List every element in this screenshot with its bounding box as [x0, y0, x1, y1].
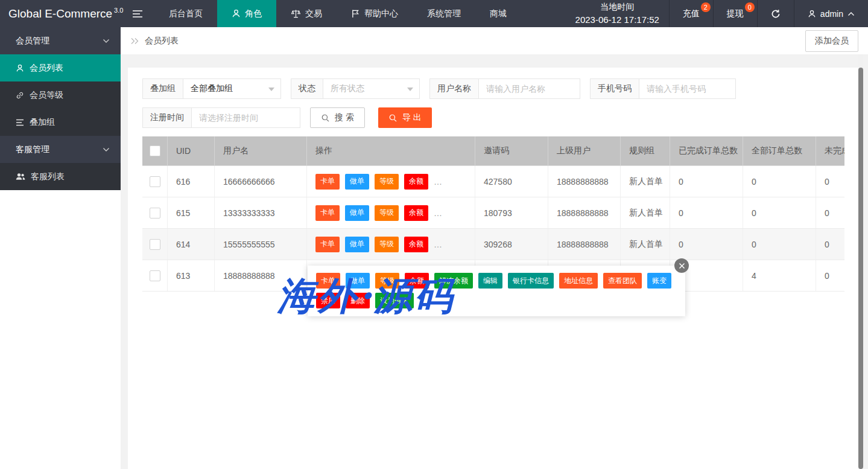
refresh-icon	[771, 9, 781, 19]
scrollbar-thumb[interactable]	[858, 68, 863, 469]
column-header-parent-user: 上级用户	[548, 136, 621, 166]
filter-row-2: 注册时间 搜 索 导 出	[142, 107, 844, 128]
action-do-order[interactable]: 做单	[346, 273, 370, 289]
sidebar-item-member-level[interactable]: 会员等级	[0, 81, 121, 109]
sidebar-group-service-management[interactable]: 客服管理	[0, 136, 121, 163]
withdraw-button[interactable]: 提现 0	[713, 0, 757, 27]
reg-time-label: 注册时间	[142, 107, 192, 128]
action-level[interactable]: 等级	[375, 273, 399, 289]
action-unfreeze-balance[interactable]: 解冻余额	[434, 273, 473, 289]
action-balance[interactable]: 余额	[405, 273, 429, 289]
cell-completed: 0	[670, 166, 743, 197]
cell-total: 0	[743, 166, 816, 197]
action-do-order[interactable]: 做单	[345, 237, 369, 252]
close-icon[interactable]	[674, 258, 689, 273]
action-account-change[interactable]: 账变	[647, 273, 671, 289]
sidebar-item-service-list[interactable]: 客服列表	[0, 163, 121, 190]
sidebar-item-stack-group[interactable]: 叠加组	[0, 109, 121, 136]
row-checkbox[interactable]	[150, 176, 160, 187]
reg-time-input[interactable]	[192, 107, 300, 128]
table-header: UID 用户名 操作 邀请码 上级用户 规则组 已完成订单总数 全部订单总数 未…	[142, 136, 844, 166]
flag-icon	[351, 9, 360, 18]
row-checkbox[interactable]	[150, 239, 160, 250]
user-icon	[16, 64, 24, 72]
cell-invite-code: 180793	[475, 197, 548, 228]
action-view-team[interactable]: 查看团队	[603, 273, 642, 289]
sidebar: 会员管理 会员列表 会员等级 叠加组 客服管理 客服列表	[0, 27, 121, 469]
recharge-badge: 2	[701, 2, 711, 12]
row-checkbox[interactable]	[150, 208, 160, 219]
users-icon	[16, 173, 25, 180]
reg-time-filter: 注册时间	[142, 107, 300, 128]
nav-item-system[interactable]: 系统管理	[413, 0, 475, 27]
action-address-info[interactable]: 地址信息	[559, 273, 598, 289]
phone-label: 手机号码	[590, 78, 639, 99]
column-header-total-orders: 全部订单总数	[743, 136, 816, 166]
sidebar-group-member-management[interactable]: 会员管理	[0, 27, 121, 54]
cell-uid: 614	[168, 229, 215, 260]
stack-group-select[interactable]: 全部叠加组	[183, 78, 281, 99]
cell-actions: 卡单 做单 等级 余额 …	[307, 229, 475, 260]
hamburger-icon	[132, 10, 143, 18]
status-select[interactable]: 所有状态	[323, 78, 420, 99]
action-do-order[interactable]: 做单	[345, 174, 369, 190]
nav-item-trade[interactable]: 交易	[276, 0, 337, 27]
action-level[interactable]: 等级	[375, 174, 399, 190]
admin-username: admin	[820, 9, 843, 19]
cell-total: 0	[743, 197, 816, 228]
row-checkbox[interactable]	[150, 270, 160, 281]
double-chevron-icon	[130, 37, 140, 45]
action-set-fake-user[interactable]: 设为假人	[375, 293, 414, 308]
scrollbar-track	[858, 54, 863, 469]
refresh-button[interactable]	[757, 0, 794, 27]
nav-item-dashboard[interactable]: 后台首页	[154, 0, 217, 27]
username-input[interactable]	[479, 78, 580, 99]
action-card-order[interactable]: 卡单	[315, 205, 340, 221]
search-button[interactable]: 搜 索	[310, 107, 365, 128]
list-icon	[16, 119, 24, 126]
action-balance[interactable]: 余额	[404, 237, 428, 252]
action-do-order[interactable]: 做单	[345, 205, 369, 221]
column-header-invite-code: 邀请码	[475, 136, 548, 166]
nav-item-roles[interactable]: 角色	[217, 0, 276, 27]
cell-actions: 卡单 做单 等级 余额 …	[307, 166, 475, 197]
action-card-order[interactable]: 卡单	[315, 237, 340, 252]
select-all-checkbox[interactable]	[150, 145, 160, 156]
action-bank-card-info[interactable]: 银行卡信息	[508, 273, 554, 289]
cell-uncompleted: 0	[816, 166, 844, 197]
action-edit[interactable]: 编辑	[478, 273, 502, 289]
user-icon	[808, 10, 816, 18]
cell-invite-code: 309268	[475, 229, 548, 260]
search-icon	[321, 113, 330, 123]
add-member-button[interactable]: 添加会员	[805, 30, 858, 52]
action-card-order[interactable]: 卡单	[316, 273, 340, 289]
phone-input[interactable]	[639, 78, 736, 99]
more-actions-button[interactable]: …	[434, 240, 443, 249]
action-delete[interactable]: 删除	[346, 293, 370, 308]
action-balance[interactable]: 余额	[404, 174, 428, 190]
main-area: 会员列表 添加会员 叠加组 全部叠加组 状态 所有状态	[121, 27, 868, 469]
column-header-uncompleted-orders: 未完成订单总数	[816, 136, 844, 166]
more-actions-button[interactable]: …	[434, 208, 443, 218]
table-row: 614 15555555555 卡单 做单 等级 余额 … 309268 188…	[142, 229, 844, 260]
action-level[interactable]: 等级	[375, 205, 399, 221]
action-balance[interactable]: 余额	[404, 205, 428, 221]
sidebar-item-member-list[interactable]: 会员列表	[0, 54, 121, 81]
export-button[interactable]: 导 出	[378, 107, 432, 128]
popup-actions-row-1: 卡单 做单 等级 余额 解冻余额 编辑 银行卡信息 地址信息 查看团队 账变	[316, 273, 677, 289]
column-header-completed-orders: 已完成订单总数	[670, 136, 743, 166]
action-card-order[interactable]: 卡单	[315, 174, 340, 190]
cell-uid: 616	[168, 166, 215, 197]
cell-parent-user: 18888888888	[548, 166, 621, 197]
action-level[interactable]: 等级	[375, 237, 399, 252]
nav-item-mall[interactable]: 商城	[475, 0, 521, 27]
link-icon	[16, 91, 24, 100]
more-actions-button[interactable]: …	[434, 177, 443, 187]
nav-item-help-center[interactable]: 帮助中心	[337, 0, 413, 27]
action-disable[interactable]: 禁用	[316, 293, 340, 308]
admin-menu[interactable]: admin	[794, 0, 868, 27]
cell-rule-group: 新人首单	[621, 197, 670, 228]
recharge-button[interactable]: 充值 2	[669, 0, 713, 27]
collapse-menu-icon[interactable]	[121, 0, 154, 27]
cell-uncompleted: 0	[816, 229, 844, 260]
